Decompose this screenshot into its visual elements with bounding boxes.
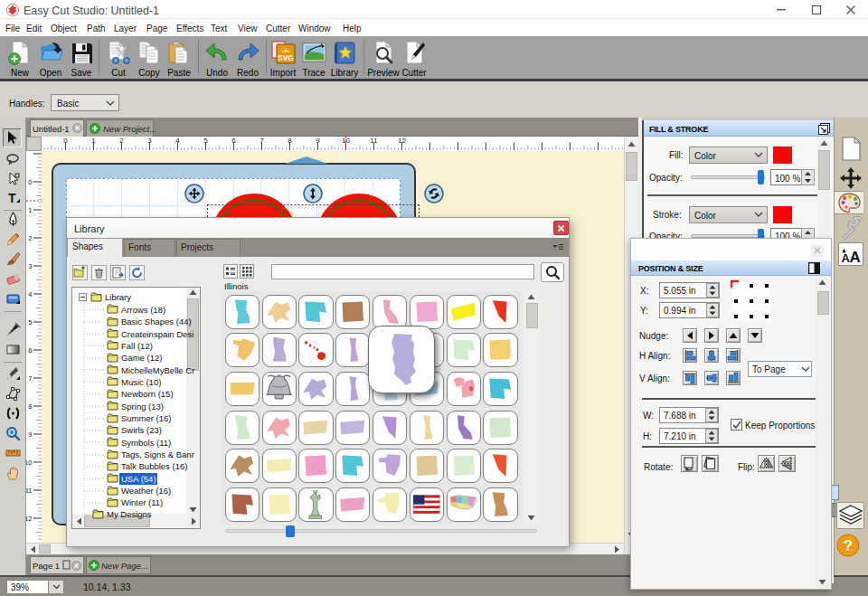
- svg-text:5: 5: [203, 137, 208, 145]
- svg-text:2: 2: [119, 137, 124, 145]
- svg-text:11: 11: [26, 487, 33, 495]
- svg-text:0: 0: [63, 137, 68, 145]
- svg-text:10: 10: [26, 459, 33, 467]
- svg-text:T: T: [8, 191, 16, 205]
- svg-text:12: 12: [398, 137, 406, 145]
- svg-text:5: 5: [28, 318, 32, 326]
- svg-text:8: 8: [288, 137, 292, 145]
- svg-text:2: 2: [28, 234, 32, 242]
- svg-text:SVG: SVG: [278, 53, 294, 62]
- svg-text:8: 8: [28, 402, 32, 411]
- svg-text:7: 7: [259, 137, 264, 145]
- svg-text:?: ?: [844, 537, 853, 554]
- svg-text:6: 6: [231, 137, 236, 145]
- svg-text:4: 4: [28, 290, 32, 298]
- svg-text:A: A: [850, 249, 861, 264]
- svg-text:3: 3: [147, 137, 152, 145]
- svg-text:3: 3: [28, 262, 32, 270]
- svg-text:11: 11: [370, 137, 378, 145]
- svg-text:4: 4: [175, 137, 180, 145]
- svg-text:9: 9: [316, 137, 320, 145]
- svg-text:7: 7: [28, 374, 32, 383]
- svg-text:12: 12: [26, 515, 33, 523]
- svg-text:0: 0: [28, 178, 32, 186]
- svg-text:1: 1: [91, 137, 96, 145]
- svg-text:9: 9: [28, 430, 32, 439]
- svg-text:1: 1: [28, 206, 32, 214]
- svg-text:6: 6: [28, 346, 32, 355]
